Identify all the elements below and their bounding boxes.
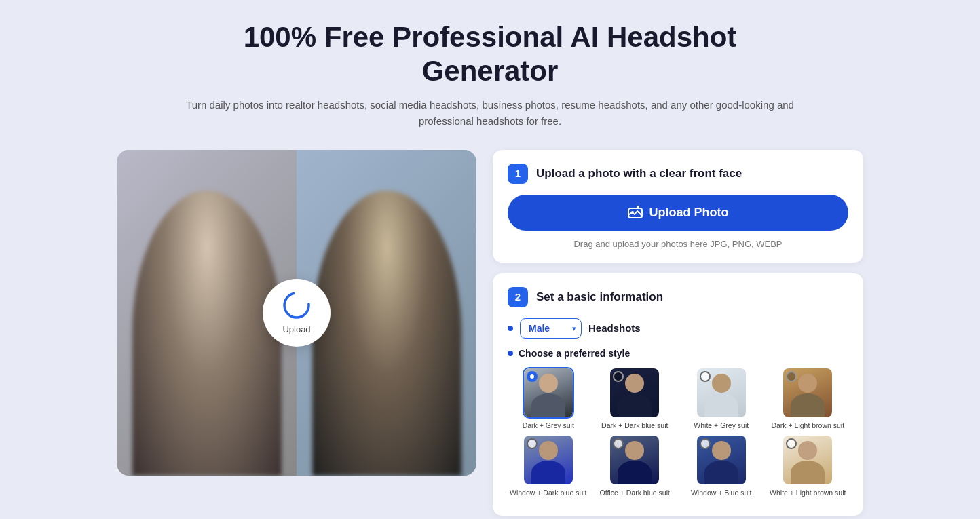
main-content: Upload 1 Upload a photo with a clear fro… <box>117 150 863 516</box>
style-label-8: White + Light brown suit <box>770 488 846 498</box>
style-section-title-text: Choose a preferred style <box>519 348 630 359</box>
style-img-6 <box>609 434 660 486</box>
svg-point-0 <box>284 293 309 318</box>
page-header: 100% Free Professional AI Headshot Gener… <box>185 20 795 130</box>
style-section-header: Choose a preferred style <box>508 348 848 359</box>
person-silhouette-right <box>312 191 461 476</box>
photo-preview-panel: Upload <box>117 150 476 476</box>
style-img-8 <box>782 434 833 486</box>
style-item-2[interactable]: Dark + Dark blue suit <box>595 367 676 431</box>
style-img-1 <box>523 367 574 419</box>
style-grid-row1: Dark + Grey suit Dark + Dark blue suit W… <box>508 367 848 431</box>
style-radio-4 <box>786 371 797 382</box>
style-label-7: Window + Blue suit <box>691 488 752 498</box>
style-label-2: Dark + Dark blue suit <box>601 421 668 431</box>
style-img-2 <box>609 367 660 419</box>
style-label-6: Office + Dark blue suit <box>600 488 670 498</box>
step1-title: Upload a photo with a clear front face <box>536 167 742 180</box>
style-item-3[interactable]: White + Grey suit <box>681 367 762 431</box>
gender-select-wrapper[interactable]: Male Female ▾ <box>520 318 582 339</box>
style-bullet <box>508 351 513 356</box>
style-item-4[interactable]: Dark + Light brown suit <box>768 367 849 431</box>
headshots-label: Headshots <box>588 322 641 334</box>
style-item-5[interactable]: Window + Dark blue suit <box>508 434 589 498</box>
style-radio-1 <box>527 371 538 382</box>
style-grid-row2: Window + Dark blue suit Office + Dark bl… <box>508 434 848 498</box>
style-img-4 <box>782 367 833 419</box>
upload-circle-label: Upload <box>282 324 310 334</box>
style-img-3 <box>696 367 747 419</box>
gender-select[interactable]: Male Female <box>520 318 582 339</box>
page-title: 100% Free Professional AI Headshot Gener… <box>185 20 795 89</box>
right-panel: 1 Upload a photo with a clear front face… <box>493 150 863 516</box>
step2-header: 2 Set a basic information <box>508 287 848 307</box>
style-item-7[interactable]: Window + Blue suit <box>681 434 762 498</box>
gender-row: Male Female ▾ Headshots <box>508 318 848 339</box>
step1-card: 1 Upload a photo with a clear front face… <box>493 150 863 263</box>
step2-title: Set a basic information <box>536 290 663 304</box>
step1-header: 1 Upload a photo with a clear front face <box>508 164 848 184</box>
style-item-1[interactable]: Dark + Grey suit <box>508 367 589 431</box>
style-radio-2 <box>613 371 624 382</box>
style-img-7 <box>696 434 747 486</box>
step2-card: 2 Set a basic information Male Female ▾ … <box>493 273 863 516</box>
step2-number: 2 <box>508 287 528 307</box>
style-img-5 <box>523 434 574 486</box>
step1-number: 1 <box>508 164 528 184</box>
upload-photo-button[interactable]: Upload Photo <box>508 195 848 231</box>
style-label-1: Dark + Grey suit <box>523 421 574 431</box>
upload-ring-icon <box>282 290 312 320</box>
person-silhouette-left <box>132 191 282 476</box>
image-upload-icon <box>628 206 643 219</box>
page-subtitle: Turn daily photos into realtor headshots… <box>185 97 795 130</box>
style-radio-3 <box>700 371 711 382</box>
style-item-8[interactable]: White + Light brown suit <box>768 434 849 498</box>
upload-circle-button[interactable]: Upload <box>263 279 331 347</box>
style-label-4: Dark + Light brown suit <box>771 421 844 431</box>
drag-hint-text: Drag and upload your photos here JPG, PN… <box>508 239 848 249</box>
gender-bullet <box>508 326 513 331</box>
style-item-6[interactable]: Office + Dark blue suit <box>595 434 676 498</box>
style-label-5: Window + Dark blue suit <box>510 488 587 498</box>
upload-photo-label: Upload Photo <box>649 206 729 220</box>
style-label-3: White + Grey suit <box>694 421 749 431</box>
